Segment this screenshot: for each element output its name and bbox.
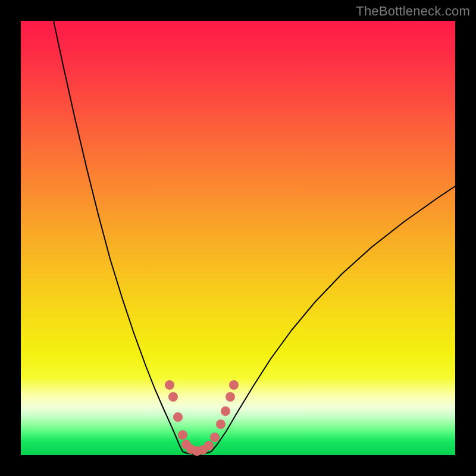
valley-marker <box>226 392 235 402</box>
plot-area <box>21 21 455 455</box>
valley-marker <box>168 392 178 402</box>
chart-frame: TheBottleneck.com <box>0 0 476 476</box>
valley-marker <box>216 419 226 429</box>
valley-marker <box>221 406 230 416</box>
valley-marker <box>165 380 174 390</box>
valley-marker <box>229 380 239 390</box>
valley-marker <box>178 430 187 440</box>
valley-marker <box>173 412 183 422</box>
valley-marker <box>210 433 220 442</box>
valley-marker <box>204 441 214 450</box>
bottleneck-curve <box>54 21 455 454</box>
curve-layer <box>21 21 455 455</box>
watermark-text: TheBottleneck.com <box>356 4 470 19</box>
